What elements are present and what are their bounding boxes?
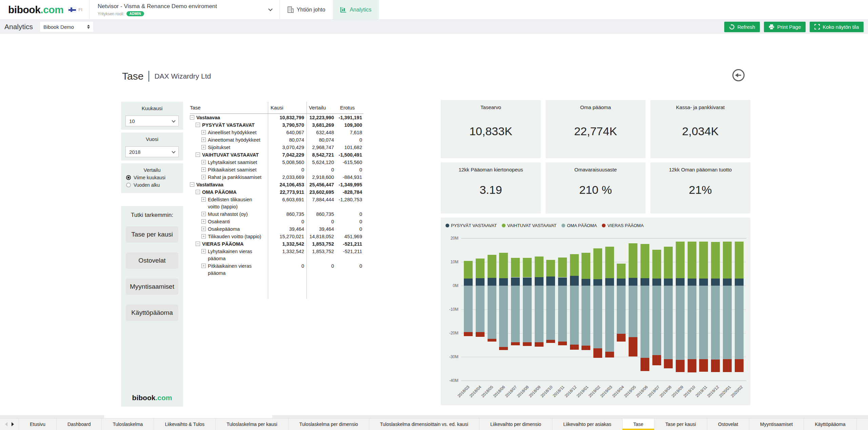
segment-oma-p-oma[interactable] [499,286,508,347]
segment-pysyv-t-vastaavat[interactable] [558,278,567,286]
bar-2018-09[interactable] [533,238,545,381]
nav-analytics[interactable]: Analytics [333,0,379,19]
segment-pysyv-t-vastaavat[interactable] [711,279,720,286]
table-row-rahat-ja-pankkisaamiset[interactable]: +Rahat ja pankkisaamiset2,033,6692,918,6… [190,173,363,181]
segment-vieras-p-oma[interactable] [499,347,508,350]
bar-2018-10[interactable] [545,238,557,381]
bottom-tab-tase-per-kausi[interactable]: Tase per kausi [654,418,707,430]
bar-2019-09[interactable] [674,238,686,381]
expand-icon[interactable]: + [201,138,206,142]
bottom-tab-tuloslaskelma-dimensioittain-vs-ed-kausi[interactable]: Tuloslaskelma dimensioittain vs. ed. kau… [369,418,479,430]
year-select[interactable]: 2018 [125,146,179,157]
segment-oma-p-oma[interactable] [617,286,626,334]
segment-vaihtuvat-vastaavat[interactable] [629,243,637,278]
segment-pysyv-t-vastaavat[interactable] [723,279,732,286]
segment-oma-p-oma[interactable] [511,286,520,342]
segment-pysyv-t-vastaavat[interactable] [640,278,649,286]
segment-vaihtuvat-vastaavat[interactable] [535,257,544,277]
print-page-button[interactable]: Print Page [764,22,806,32]
expand-icon[interactable]: + [201,167,206,172]
scrollbar-thumb[interactable] [104,415,272,418]
bar-2019-04[interactable] [615,238,627,381]
segment-oma-p-oma[interactable] [488,286,496,339]
fullscreen-button[interactable]: Koko näytön tila [810,22,864,32]
segment-vaihtuvat-vastaavat[interactable] [688,242,696,279]
bottom-tab-tuloslaskelma-per-dimensio[interactable]: Tuloslaskelma per dimensio [289,418,369,430]
segment-vaihtuvat-vastaavat[interactable] [676,242,685,279]
back-button[interactable] [732,68,745,82]
bottom-tab-liikevaihto-tulos[interactable]: Liikevaihto & Tulos [154,418,216,430]
segment-pysyv-t-vastaavat[interactable] [581,279,590,286]
segment-vieras-p-oma[interactable] [511,342,520,345]
horizontal-scrollbar[interactable] [0,415,868,418]
bottom-tab-k-ytt-p-oma[interactable]: Käyttöpääoma [804,418,856,430]
segment-pysyv-t-vastaavat[interactable] [676,278,685,286]
segment-vaihtuvat-vastaavat[interactable] [558,258,567,277]
segment-pysyv-t-vastaavat[interactable] [629,278,637,286]
segment-vaihtuvat-vastaavat[interactable] [476,259,485,279]
segment-oma-p-oma[interactable] [558,286,567,342]
segment-oma-p-oma[interactable] [581,286,590,346]
table-row-tilikauden-voitto-tappio[interactable]: +Tilikauden voitto (tappio)15,270,02114,… [190,233,363,240]
segment-pysyv-t-vastaavat[interactable] [476,278,485,286]
expand-icon[interactable]: + [201,145,206,149]
explore-button-ostovelat[interactable]: Ostovelat [126,252,178,269]
segment-pysyv-t-vastaavat[interactable] [652,279,661,286]
segment-vieras-p-oma[interactable] [523,342,532,346]
segment-oma-p-oma[interactable] [476,286,485,332]
bar-2019-11[interactable] [698,238,710,381]
segment-vieras-p-oma[interactable] [535,342,544,347]
explore-button-k-ytt-p-oma[interactable]: Käyttöpääoma [126,305,178,321]
segment-vieras-p-oma[interactable] [558,342,567,345]
segment-vieras-p-oma[interactable] [652,355,661,365]
segment-pysyv-t-vastaavat[interactable] [464,279,473,286]
bottom-tab-myyntisaamiset[interactable]: Myyntisaamiset [749,418,804,430]
expand-icon[interactable]: + [201,175,206,179]
expand-icon[interactable]: + [201,197,206,202]
bar-2018-03[interactable] [462,238,474,381]
table-row-edellisten-tilikausien-voitto-tappio[interactable]: +Edellisten tilikausien voitto (tappio)6… [190,196,363,210]
bar-2018-04[interactable] [474,238,486,381]
table-row-muut-rahastot-oy[interactable]: +Muut rahastot (oy)860,735860,7350 [190,210,363,218]
segment-vaihtuvat-vastaavat[interactable] [711,242,720,279]
segment-vaihtuvat-vastaavat[interactable] [640,244,649,278]
segment-pysyv-t-vastaavat[interactable] [488,278,496,286]
collapse-icon[interactable]: − [196,123,200,127]
company-selector[interactable]: Netvisor - Visma & Renance Demo envirome… [90,0,279,19]
bottom-tab-liikevaihto-per-asiakas[interactable]: Liikevaihto per asiakas [552,418,623,430]
collapse-icon[interactable]: − [190,115,194,120]
segment-vieras-p-oma[interactable] [464,332,473,336]
table-row-vieras-p-oma[interactable]: −VIERAS PÄÄOMA1,332,5421,853,752-521,211 [190,240,363,248]
bottom-tab-etusivu[interactable]: Etusivu [19,418,57,430]
segment-vaihtuvat-vastaavat[interactable] [464,261,473,279]
segment-oma-p-oma[interactable] [464,286,473,332]
segment-oma-p-oma[interactable] [688,286,696,359]
segment-oma-p-oma[interactable] [640,286,649,358]
table-row-vaihtuvat-vastaavat[interactable]: −VAIHTUVAT VASTAAVAT7,042,2298,542,721-1… [190,151,363,159]
segment-oma-p-oma[interactable] [523,286,532,342]
segment-vaihtuvat-vastaavat[interactable] [499,253,508,278]
segment-vaihtuvat-vastaavat[interactable] [664,247,673,279]
segment-oma-p-oma[interactable] [546,286,555,340]
segment-oma-p-oma[interactable] [629,286,637,337]
segment-vaihtuvat-vastaavat[interactable] [723,242,732,279]
table-row-lyhytaikainen-vieras-p-oma[interactable]: +Lyhytaikainen vieras pääoma1,332,5421,8… [190,248,363,262]
segment-vaihtuvat-vastaavat[interactable] [546,260,555,277]
expand-icon[interactable]: + [201,249,206,253]
segment-pysyv-t-vastaavat[interactable] [570,276,579,286]
segment-oma-p-oma[interactable] [735,286,744,359]
collapse-icon[interactable]: − [196,152,200,157]
bar-2019-08[interactable] [663,238,674,381]
legend-item-vaihtuvat-vastaavat[interactable]: VAIHTUVAT VASTAAVAT [502,223,556,228]
bar-2018-12[interactable] [568,238,580,381]
expand-icon[interactable]: + [201,264,206,268]
segment-oma-p-oma[interactable] [676,286,685,360]
segment-oma-p-oma[interactable] [699,286,708,359]
segment-pysyv-t-vastaavat[interactable] [535,277,544,286]
segment-vieras-p-oma[interactable] [688,359,696,372]
radio-option-viime-kuukausi[interactable]: Viime kuukausi [121,175,183,180]
table-row-aineettomat-hy-dykkeet[interactable]: +Aineettomat hyödykkeet80,07480,0740 [190,136,363,144]
bottom-tab-ostovelat[interactable]: Ostovelat [707,418,749,430]
scroll-tabs-left-icon[interactable] [5,422,7,426]
segment-vaihtuvat-vastaavat[interactable] [699,242,708,279]
